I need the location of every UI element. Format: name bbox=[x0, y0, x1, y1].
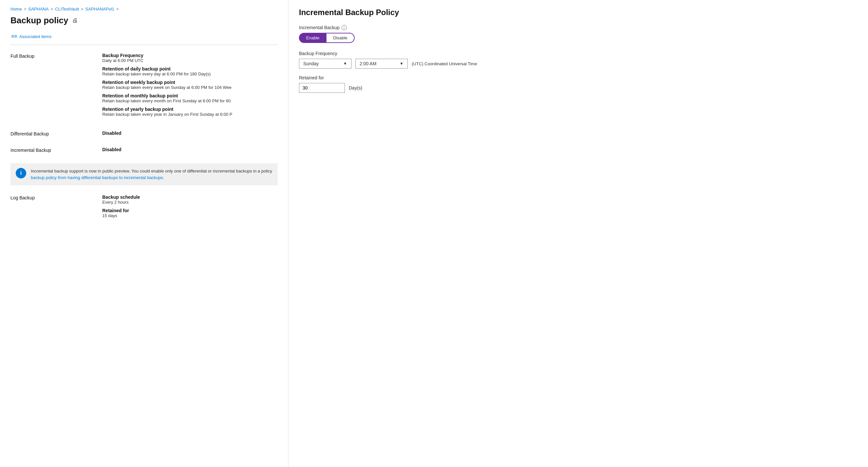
daily-retention-row: Retention of daily backup point Retain b… bbox=[102, 66, 278, 77]
yearly-retention-title: Retention of yearly backup point bbox=[102, 107, 278, 112]
weekly-retention-title: Retention of weekly backup point bbox=[102, 80, 278, 85]
print-icon[interactable]: 🖨 bbox=[72, 17, 78, 24]
info-banner: i Incremental backup support is now in p… bbox=[10, 163, 278, 185]
weekly-retention-value: Retain backup taken every week on Sunday… bbox=[102, 85, 278, 90]
enable-toggle-button[interactable]: Enable bbox=[299, 33, 327, 43]
log-retain-row: Retained for 15 days bbox=[102, 208, 278, 218]
backup-frequency-field-label: Backup Frequency bbox=[299, 51, 858, 56]
incremental-backup-field-label: Incremental Backup i bbox=[299, 25, 858, 30]
differential-disabled-text: Disabled bbox=[102, 130, 121, 136]
day-dropdown-chevron: ▼ bbox=[343, 61, 347, 66]
page-title: Backup policy bbox=[10, 16, 68, 26]
backup-frequency-row: Backup Frequency Daily at 6:00 PM UTC bbox=[102, 53, 278, 63]
full-backup-label: Full Backup bbox=[10, 53, 102, 120]
log-schedule-value: Every 2 hours bbox=[102, 200, 278, 205]
info-banner-link[interactable]: backup policy from having differential b… bbox=[31, 175, 164, 180]
log-backup-content: Backup schedule Every 2 hours Retained f… bbox=[102, 195, 278, 222]
monthly-retention-title: Retention of monthly backup point bbox=[102, 93, 278, 98]
log-schedule-row: Backup schedule Every 2 hours bbox=[102, 195, 278, 205]
retained-for-label: Retained for bbox=[299, 75, 858, 80]
backup-frequency-value: Daily at 6:00 PM UTC bbox=[102, 58, 278, 63]
day-dropdown-value: Sunday bbox=[303, 61, 319, 66]
weekly-retention-row: Retention of weekly backup point Retain … bbox=[102, 80, 278, 90]
daily-retention-value: Retain backup taken every day at 6:00 PM… bbox=[102, 71, 278, 77]
page-title-container: Backup policy 🖨 bbox=[10, 16, 278, 26]
retained-for-input[interactable] bbox=[299, 83, 345, 93]
yearly-retention-value: Retain backup taken every year in Januar… bbox=[102, 112, 278, 117]
retained-for-unit: Day(s) bbox=[349, 85, 362, 90]
incremental-backup-content: Disabled bbox=[102, 147, 278, 153]
log-retain-title: Retained for bbox=[102, 208, 278, 213]
retained-for-field: Retained for Day(s) bbox=[299, 75, 858, 93]
toolbar: ≡≡ Associated items bbox=[10, 32, 278, 45]
incremental-toggle-section: Incremental Backup i Enable Disable bbox=[299, 25, 858, 43]
info-icon: i bbox=[16, 168, 26, 178]
full-backup-section: Full Backup Backup Frequency Daily at 6:… bbox=[10, 53, 278, 120]
incremental-backup-section: Incremental Backup Disabled bbox=[10, 147, 278, 153]
associated-items-label: Associated items bbox=[19, 34, 52, 39]
list-icon: ≡≡ bbox=[11, 33, 18, 39]
day-dropdown[interactable]: Sunday ▼ bbox=[299, 59, 351, 68]
breadcrumb-sep-3: > bbox=[81, 6, 84, 11]
incremental-backup-label: Incremental Backup bbox=[10, 147, 102, 153]
time-dropdown-chevron: ▼ bbox=[400, 61, 404, 66]
log-backup-section: Log Backup Backup schedule Every 2 hours… bbox=[10, 195, 278, 222]
right-panel-title: Incremental Backup Policy bbox=[299, 8, 858, 17]
retain-row: Day(s) bbox=[299, 83, 858, 93]
backup-frequency-selects: Sunday ▼ 2:00 AM ▼ (UTC) Coordinated Uni… bbox=[299, 59, 858, 68]
disable-toggle-button[interactable]: Disable bbox=[327, 33, 354, 43]
left-panel: Home > SAPHANA > CLITestVault > SAPHANAP… bbox=[0, 0, 288, 467]
breadcrumb-sep-1: > bbox=[24, 6, 27, 11]
incremental-backup-field-label-text: Incremental Backup bbox=[299, 25, 340, 30]
breadcrumb: Home > SAPHANA > CLITestVault > SAPHANAP… bbox=[10, 6, 278, 11]
breadcrumb-policy[interactable]: SAPHANAPol1 bbox=[85, 6, 114, 11]
differential-backup-content: Disabled bbox=[102, 130, 278, 137]
breadcrumb-saphana[interactable]: SAPHANA bbox=[28, 6, 49, 11]
monthly-retention-value: Retain backup taken every month on First… bbox=[102, 98, 278, 103]
differential-backup-label: Differential Backup bbox=[10, 130, 102, 137]
log-schedule-title: Backup schedule bbox=[102, 195, 278, 200]
breadcrumb-vault[interactable]: CLITestVault bbox=[55, 6, 79, 11]
time-dropdown[interactable]: 2:00 AM ▼ bbox=[355, 59, 408, 68]
backup-frequency-field: Backup Frequency Sunday ▼ 2:00 AM ▼ (UTC… bbox=[299, 51, 858, 68]
log-backup-label: Log Backup bbox=[10, 195, 102, 222]
info-banner-text: Incremental backup support is now in pub… bbox=[31, 168, 272, 181]
timezone-label: (UTC) Coordinated Universal Time bbox=[412, 61, 477, 66]
incremental-backup-info-icon[interactable]: i bbox=[342, 25, 347, 30]
time-dropdown-value: 2:00 AM bbox=[360, 61, 376, 66]
full-backup-content: Backup Frequency Daily at 6:00 PM UTC Re… bbox=[102, 53, 278, 120]
backup-frequency-title: Backup Frequency bbox=[102, 53, 278, 58]
info-banner-main-text: Incremental backup support is now in pub… bbox=[31, 169, 272, 174]
incremental-toggle-group: Enable Disable bbox=[299, 33, 858, 43]
incremental-disabled-text: Disabled bbox=[102, 147, 121, 152]
breadcrumb-sep-4: > bbox=[116, 6, 119, 11]
breadcrumb-sep-2: > bbox=[51, 6, 53, 11]
associated-items-button[interactable]: ≡≡ Associated items bbox=[10, 32, 52, 41]
daily-retention-title: Retention of daily backup point bbox=[102, 66, 278, 71]
monthly-retention-row: Retention of monthly backup point Retain… bbox=[102, 93, 278, 103]
right-panel: Incremental Backup Policy Incremental Ba… bbox=[288, 0, 868, 467]
differential-backup-section: Differential Backup Disabled bbox=[10, 130, 278, 137]
breadcrumb-home[interactable]: Home bbox=[10, 6, 22, 11]
log-retain-value: 15 days bbox=[102, 213, 278, 218]
yearly-retention-row: Retention of yearly backup point Retain … bbox=[102, 107, 278, 117]
